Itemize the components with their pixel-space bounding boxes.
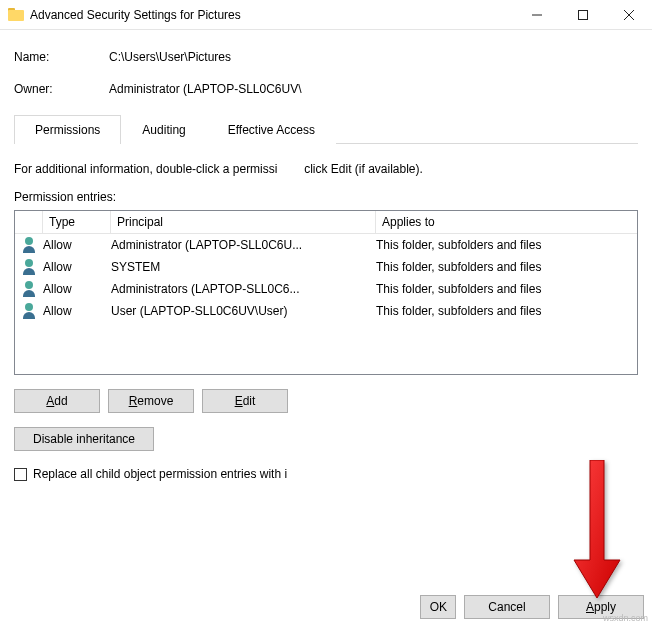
user-icon bbox=[21, 281, 37, 297]
tab-strip: Permissions Auditing Effective Access bbox=[14, 114, 638, 144]
inheritance-row: Disable inheritance bbox=[14, 427, 638, 451]
tab-permissions[interactable]: Permissions bbox=[14, 115, 121, 144]
owner-label: Owner: bbox=[14, 82, 109, 96]
col-principal[interactable]: Principal bbox=[111, 211, 376, 233]
add-button[interactable]: Add bbox=[14, 389, 100, 413]
folder-icon bbox=[8, 8, 24, 21]
content-area: Name: C:\Users\User\Pictures Owner: Admi… bbox=[0, 30, 652, 481]
remove-button[interactable]: Remove bbox=[108, 389, 194, 413]
cancel-button[interactable]: Cancel bbox=[464, 595, 550, 619]
tab-auditing[interactable]: Auditing bbox=[121, 115, 206, 144]
col-type[interactable]: Type bbox=[43, 211, 111, 233]
cell-type: Allow bbox=[43, 238, 111, 252]
owner-value: Administrator (LAPTOP-SLL0C6UV\ bbox=[109, 82, 302, 96]
table-row[interactable]: Allow Administrator (LAPTOP-SLL0C6U... T… bbox=[15, 234, 637, 256]
cell-type: Allow bbox=[43, 304, 111, 318]
cell-principal: Administrators (LAPTOP-SLL0C6... bbox=[111, 282, 376, 296]
cell-principal: Administrator (LAPTOP-SLL0C6U... bbox=[111, 238, 376, 252]
cell-applies: This folder, subfolders and files bbox=[376, 304, 637, 318]
minimize-button[interactable] bbox=[514, 0, 560, 30]
entries-label: Permission entries: bbox=[14, 190, 638, 204]
entry-buttons: Add Remove Edit bbox=[14, 389, 638, 413]
checkbox-icon[interactable] bbox=[14, 468, 27, 481]
watermark: wsxdn.com bbox=[603, 613, 648, 623]
svg-rect-1 bbox=[579, 10, 588, 19]
cell-applies: This folder, subfolders and files bbox=[376, 260, 637, 274]
window-title: Advanced Security Settings for Pictures bbox=[30, 8, 241, 22]
cell-applies: This folder, subfolders and files bbox=[376, 282, 637, 296]
col-spacer bbox=[15, 211, 43, 233]
edit-button[interactable]: Edit bbox=[202, 389, 288, 413]
cell-type: Allow bbox=[43, 282, 111, 296]
window-controls bbox=[514, 0, 652, 30]
user-icon bbox=[21, 259, 37, 275]
name-value: C:\Users\User\Pictures bbox=[109, 50, 231, 64]
annotation-arrow bbox=[572, 460, 622, 604]
ok-button[interactable]: OK bbox=[420, 595, 456, 619]
user-icon bbox=[21, 237, 37, 253]
table-row[interactable]: Allow Administrators (LAPTOP-SLL0C6... T… bbox=[15, 278, 637, 300]
owner-row: Owner: Administrator (LAPTOP-SLL0C6UV\ bbox=[14, 82, 638, 96]
cell-principal: User (LAPTOP-SLL0C6UV\User) bbox=[111, 304, 376, 318]
cell-principal: SYSTEM bbox=[111, 260, 376, 274]
table-header: Type Principal Applies to bbox=[15, 211, 637, 234]
cell-applies: This folder, subfolders and files bbox=[376, 238, 637, 252]
user-icon bbox=[21, 303, 37, 319]
info-text: For additional information, double-click… bbox=[14, 162, 638, 176]
permission-table: Type Principal Applies to Allow Administ… bbox=[14, 210, 638, 375]
replace-checkbox-label: Replace all child object permission entr… bbox=[33, 467, 287, 481]
table-row[interactable]: Allow User (LAPTOP-SLL0C6UV\User) This f… bbox=[15, 300, 637, 322]
close-button[interactable] bbox=[606, 0, 652, 30]
disable-inheritance-button[interactable]: Disable inheritance bbox=[14, 427, 154, 451]
tab-effective-access[interactable]: Effective Access bbox=[207, 115, 336, 144]
cell-type: Allow bbox=[43, 260, 111, 274]
name-label: Name: bbox=[14, 50, 109, 64]
maximize-button[interactable] bbox=[560, 0, 606, 30]
title-bar: Advanced Security Settings for Pictures bbox=[0, 0, 652, 30]
name-row: Name: C:\Users\User\Pictures bbox=[14, 50, 638, 64]
table-body: Allow Administrator (LAPTOP-SLL0C6U... T… bbox=[15, 234, 637, 374]
table-row[interactable]: Allow SYSTEM This folder, subfolders and… bbox=[15, 256, 637, 278]
replace-checkbox-row[interactable]: Replace all child object permission entr… bbox=[14, 467, 638, 481]
col-applies[interactable]: Applies to bbox=[376, 211, 637, 233]
